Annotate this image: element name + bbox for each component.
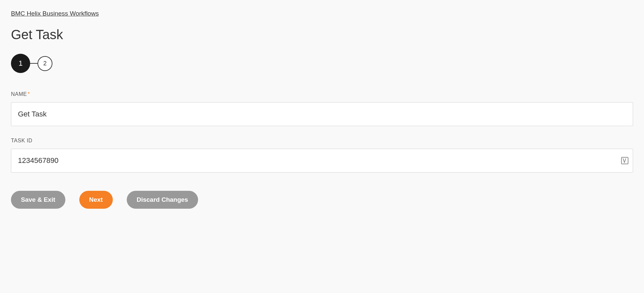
save-exit-button[interactable]: Save & Exit bbox=[11, 191, 65, 209]
wizard-steps: 1 2 bbox=[11, 54, 633, 73]
button-row: Save & Exit Next Discard Changes bbox=[11, 191, 633, 209]
taskid-label: TASK ID bbox=[11, 138, 633, 144]
name-input[interactable] bbox=[11, 102, 633, 126]
wizard-step-connector bbox=[30, 63, 37, 64]
name-label: NAME* bbox=[11, 91, 633, 97]
page-title: Get Task bbox=[11, 27, 633, 42]
name-label-text: NAME bbox=[11, 91, 27, 97]
next-button[interactable]: Next bbox=[79, 191, 113, 209]
discard-changes-button[interactable]: Discard Changes bbox=[127, 191, 198, 209]
wizard-step-2[interactable]: 2 bbox=[37, 56, 52, 71]
breadcrumb-link[interactable]: BMC Helix Business Workflows bbox=[11, 10, 99, 17]
form-group-taskid: TASK ID bbox=[11, 138, 633, 173]
wizard-step-1[interactable]: 1 bbox=[11, 54, 30, 73]
taskid-input-wrapper bbox=[11, 149, 633, 173]
taskid-input[interactable] bbox=[11, 149, 633, 173]
form-group-name: NAME* bbox=[11, 91, 633, 126]
required-asterisk-icon: * bbox=[28, 91, 30, 97]
variable-icon[interactable] bbox=[620, 156, 629, 165]
